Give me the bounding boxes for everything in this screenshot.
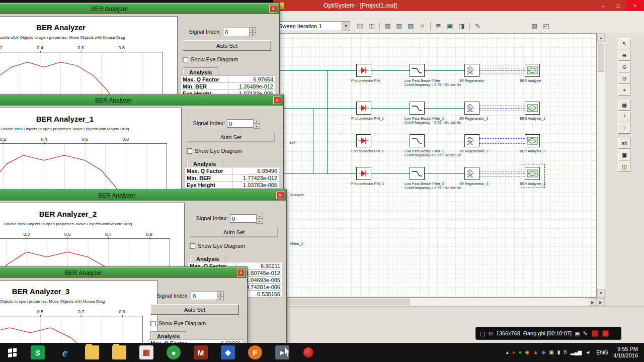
close-icon[interactable]: × bbox=[273, 97, 281, 104]
filter-component[interactable] bbox=[410, 64, 425, 77]
stop-recording-button[interactable] bbox=[602, 330, 609, 337]
show-eye-diagram-checkbox[interactable]: Show Eye Diagram bbox=[187, 148, 242, 154]
chevron-down-icon[interactable]: ▼ bbox=[342, 22, 350, 31]
store-icon[interactable]: S bbox=[31, 345, 45, 359]
spin-up-icon[interactable]: ▲ bbox=[249, 27, 256, 32]
maximize-button[interactable]: □ bbox=[611, 0, 626, 11]
battery-icon[interactable]: ▮ bbox=[557, 349, 560, 355]
spin-down-icon[interactable]: ▼ bbox=[256, 219, 263, 224]
spin-up-icon[interactable]: ▲ bbox=[217, 291, 224, 296]
tray-vlc-icon[interactable]: ▲ bbox=[533, 349, 538, 355]
zoom-in-tool-icon[interactable]: ⊕ bbox=[618, 50, 630, 61]
pencil-icon[interactable]: ✎ bbox=[583, 330, 587, 337]
text-tool-icon[interactable]: ab bbox=[618, 138, 630, 149]
zoom-out-tool-icon[interactable]: ⊖ bbox=[618, 61, 630, 72]
auto-set-button[interactable]: Auto Set bbox=[190, 227, 278, 237]
new-layout-icon[interactable]: ▤ bbox=[355, 21, 365, 31]
show-eye-diagram-checkbox[interactable]: Show Eye Diagram bbox=[190, 243, 245, 249]
tray-sync-icon[interactable]: ● bbox=[519, 349, 522, 355]
scroll-down-icon[interactable]: ▼ bbox=[597, 289, 605, 297]
auto-set-button[interactable]: Auto Set bbox=[187, 132, 275, 142]
bluetooth-icon[interactable]: B bbox=[564, 349, 567, 355]
taskbar-clock[interactable]: 9:55 PM 4/10/2016 bbox=[613, 346, 638, 359]
photodetector-component[interactable] bbox=[356, 64, 371, 77]
record-button[interactable] bbox=[302, 346, 314, 358]
close-icon[interactable]: × bbox=[269, 5, 277, 13]
align-tool-icon[interactable]: ≣ bbox=[618, 123, 630, 134]
minimize-button[interactable]: – bbox=[596, 0, 611, 11]
report-tool-icon[interactable]: ◫ bbox=[618, 161, 630, 172]
signal-index-spinner[interactable]: ▲▼ bbox=[253, 119, 260, 128]
auto-set-button[interactable]: Auto Set bbox=[150, 304, 239, 315]
tray-browser-icon[interactable]: ◉ bbox=[525, 349, 530, 355]
tray-defender-icon[interactable]: ▣ bbox=[549, 349, 553, 355]
language-indicator[interactable]: ENG bbox=[596, 349, 608, 355]
image-tool-icon[interactable]: ▣ bbox=[618, 149, 630, 160]
frame-icon[interactable]: ▣ bbox=[445, 21, 455, 31]
signal-index-spinner[interactable]: ▲▼ bbox=[217, 291, 224, 300]
snipping-icon[interactable]: ▦ bbox=[139, 345, 153, 359]
close-icon[interactable]: × bbox=[276, 192, 284, 199]
checkbox-icon[interactable] bbox=[183, 57, 188, 62]
show-eye-diagram-checkbox[interactable]: Show Eye Diagram bbox=[183, 56, 238, 62]
webcam-icon[interactable]: ▣ bbox=[575, 330, 580, 337]
pan-tool-icon[interactable]: ⌖ bbox=[618, 84, 630, 96]
zoom-window-tool-icon[interactable]: ⊙ bbox=[618, 73, 630, 84]
chart-view-icon[interactable]: ▧ bbox=[406, 21, 416, 31]
signal-index-input[interactable]: 0 bbox=[223, 28, 249, 36]
select-tool-icon[interactable]: ↖ bbox=[618, 38, 630, 49]
wire-tool-icon[interactable]: └ bbox=[618, 111, 630, 122]
scroll-right-end-icon[interactable]: ▶ bbox=[597, 298, 605, 306]
volume-icon[interactable]: ◄ bbox=[585, 349, 590, 355]
close-button[interactable]: × bbox=[626, 0, 644, 11]
regenerator-component[interactable] bbox=[464, 64, 479, 77]
tray-record-icon[interactable]: ● bbox=[512, 349, 515, 355]
checkbox-icon[interactable] bbox=[190, 243, 195, 249]
split-view-icon[interactable]: ◨ bbox=[456, 21, 467, 31]
filter-component[interactable] bbox=[410, 134, 425, 147]
photodetector-component[interactable] bbox=[356, 134, 371, 147]
explorer-icon[interactable] bbox=[85, 345, 99, 359]
firefox-icon[interactable]: F bbox=[248, 345, 262, 359]
pause-recording-button[interactable] bbox=[592, 330, 598, 337]
sweep-iteration-select[interactable]: Sweep Iteration 1 ▼ bbox=[276, 21, 350, 31]
dialog-titlebar[interactable]: BER Analyzer × bbox=[0, 4, 279, 14]
spin-up-icon[interactable]: ▲ bbox=[253, 119, 260, 124]
tray-update-icon[interactable]: ◆ bbox=[542, 349, 546, 355]
ie-icon[interactable]: e bbox=[58, 345, 72, 359]
dialog-titlebar[interactable]: BER Analyzer × bbox=[0, 267, 247, 278]
save-view-icon[interactable]: ◰ bbox=[541, 21, 551, 31]
scroll-right-icon[interactable]: ▶ bbox=[589, 298, 597, 306]
checkbox-icon[interactable] bbox=[150, 321, 156, 326]
hidden-icons-chevron[interactable]: ▴ bbox=[506, 349, 509, 355]
dialog-titlebar[interactable]: BER Analyzer × bbox=[0, 190, 286, 201]
filter-component[interactable] bbox=[410, 102, 425, 115]
scroll-up-icon[interactable]: ▲ bbox=[597, 34, 605, 42]
close-icon[interactable]: × bbox=[237, 269, 245, 277]
vertical-scrollbar[interactable]: ▲ ▼ bbox=[597, 33, 605, 298]
signal-index-input[interactable]: 0 bbox=[191, 292, 217, 300]
vs-icon[interactable]: ◈ bbox=[221, 345, 235, 359]
horizontal-scroll-thumb[interactable] bbox=[284, 299, 410, 305]
checkbox-icon[interactable] bbox=[187, 148, 192, 154]
layout-tool-icon[interactable]: ▦ bbox=[618, 100, 630, 111]
spin-down-icon[interactable]: ▼ bbox=[249, 32, 256, 37]
auto-set-button[interactable]: Auto Set bbox=[183, 40, 271, 51]
show-eye-diagram-checkbox[interactable]: Show Eye Diagram bbox=[150, 320, 206, 326]
spin-down-icon[interactable]: ▼ bbox=[217, 296, 224, 301]
table-view-icon[interactable]: ▥ bbox=[394, 21, 405, 31]
window-titlebar[interactable]: OptiSystem - [Project1.osd] – □ × bbox=[274, 0, 644, 11]
regenerator-component[interactable] bbox=[464, 102, 479, 115]
signal-index-spinner[interactable]: ▲▼ bbox=[249, 27, 256, 36]
regenerator-component[interactable] bbox=[464, 167, 479, 180]
start-button[interactable] bbox=[0, 343, 24, 362]
horizontal-scrollbar[interactable]: ◀ ▶ ▶ bbox=[274, 298, 605, 306]
spin-up-icon[interactable]: ▲ bbox=[256, 214, 263, 219]
matlab-icon[interactable]: M bbox=[194, 345, 208, 359]
analyzer-component[interactable] bbox=[525, 134, 540, 147]
signal-index-input[interactable]: 0 bbox=[230, 214, 256, 223]
network-icon[interactable]: ▂▄▆ bbox=[571, 349, 582, 355]
vertical-scroll-thumb[interactable] bbox=[598, 43, 604, 72]
duplicate-layout-icon[interactable]: ◫ bbox=[366, 21, 377, 31]
annotation-icon[interactable]: ✎ bbox=[472, 21, 483, 31]
